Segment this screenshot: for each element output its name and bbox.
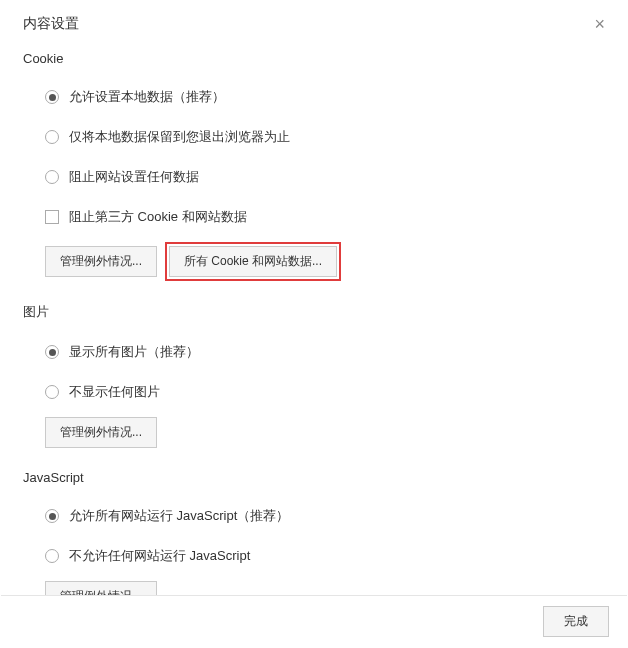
label-js-allow[interactable]: 允许所有网站运行 JavaScript（推荐） (69, 507, 289, 525)
images-option-show: 显示所有图片（推荐） (23, 337, 605, 367)
manage-exceptions-images-button[interactable]: 管理例外情况... (45, 417, 157, 448)
label-cookie-allow[interactable]: 允许设置本地数据（推荐） (69, 88, 225, 106)
section-title-cookie: Cookie (23, 51, 605, 66)
images-button-row: 管理例外情况... (23, 417, 605, 448)
section-title-javascript: JavaScript (23, 470, 605, 485)
highlight-box: 所有 Cookie 和网站数据... (165, 242, 341, 281)
manage-exceptions-cookie-button[interactable]: 管理例外情况... (45, 246, 157, 277)
radio-images-hide[interactable] (45, 385, 59, 399)
label-js-block[interactable]: 不允许任何网站运行 JavaScript (69, 547, 250, 565)
radio-js-block[interactable] (45, 549, 59, 563)
cookie-option-block: 阻止网站设置任何数据 (23, 162, 605, 192)
content-settings-dialog: 内容设置 × Cookie 允许设置本地数据（推荐） 仅将本地数据保留到您退出浏… (0, 0, 628, 648)
radio-cookie-session[interactable] (45, 130, 59, 144)
cookie-option-allow: 允许设置本地数据（推荐） (23, 82, 605, 112)
label-images-hide[interactable]: 不显示任何图片 (69, 383, 160, 401)
js-button-row: 管理例外情况... (23, 581, 605, 595)
images-option-hide: 不显示任何图片 (23, 377, 605, 407)
checkbox-cookie-thirdparty[interactable] (45, 210, 59, 224)
dialog-header: 内容设置 × (1, 1, 627, 41)
cookie-option-session: 仅将本地数据保留到您退出浏览器为止 (23, 122, 605, 152)
dialog-title: 内容设置 (23, 15, 79, 33)
section-javascript: JavaScript 允许所有网站运行 JavaScript（推荐） 不允许任何… (23, 470, 605, 595)
label-cookie-session[interactable]: 仅将本地数据保留到您退出浏览器为止 (69, 128, 290, 146)
dialog-footer: 完成 (1, 595, 627, 647)
dialog-content[interactable]: Cookie 允许设置本地数据（推荐） 仅将本地数据保留到您退出浏览器为止 阻止… (1, 41, 627, 595)
radio-images-show[interactable] (45, 345, 59, 359)
radio-cookie-block[interactable] (45, 170, 59, 184)
label-images-show[interactable]: 显示所有图片（推荐） (69, 343, 199, 361)
section-images: 图片 显示所有图片（推荐） 不显示任何图片 管理例外情况... (23, 303, 605, 448)
all-cookies-button[interactable]: 所有 Cookie 和网站数据... (169, 246, 337, 277)
close-icon[interactable]: × (590, 15, 609, 33)
cookie-option-thirdparty: 阻止第三方 Cookie 和网站数据 (23, 202, 605, 232)
radio-cookie-allow[interactable] (45, 90, 59, 104)
js-option-block: 不允许任何网站运行 JavaScript (23, 541, 605, 571)
label-cookie-block[interactable]: 阻止网站设置任何数据 (69, 168, 199, 186)
label-cookie-thirdparty[interactable]: 阻止第三方 Cookie 和网站数据 (69, 208, 247, 226)
js-option-allow: 允许所有网站运行 JavaScript（推荐） (23, 501, 605, 531)
radio-js-allow[interactable] (45, 509, 59, 523)
section-cookie: Cookie 允许设置本地数据（推荐） 仅将本地数据保留到您退出浏览器为止 阻止… (23, 51, 605, 281)
manage-exceptions-js-button[interactable]: 管理例外情况... (45, 581, 157, 595)
done-button[interactable]: 完成 (543, 606, 609, 637)
cookie-button-row: 管理例外情况... 所有 Cookie 和网站数据... (23, 242, 605, 281)
section-title-images: 图片 (23, 303, 605, 321)
